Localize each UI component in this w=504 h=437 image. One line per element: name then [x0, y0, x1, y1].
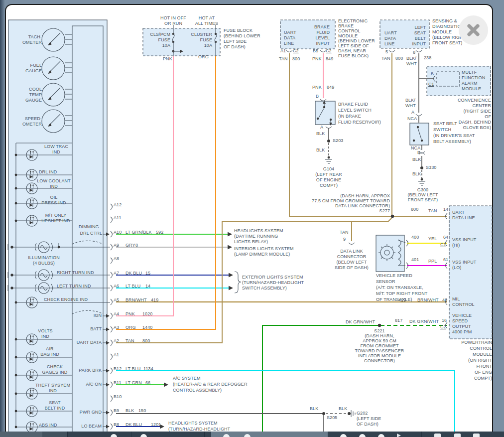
fuse-name: CLS/PCM FUSE 10A	[150, 32, 170, 48]
vss-p1: 64	[443, 235, 448, 240]
ind-label: DRL IND	[39, 169, 57, 175]
vss-k2: 401	[411, 257, 419, 263]
illumination-label: ILLUMINATION (4 BULBS)	[28, 255, 60, 266]
s221-pin: 16	[442, 318, 447, 323]
ind-label: AIR BAG IND	[40, 346, 59, 357]
dest-a7a6: EXTERIOR LIGHTS SYSTEM (TURN/HAZARD-HEAD…	[242, 275, 304, 291]
pcm-pin16-fn: VEHICLE SPEED OUTPUT 4000 P/M	[452, 313, 472, 335]
wire-color: TAN	[126, 338, 134, 344]
pin-label: A2	[114, 338, 119, 344]
dest-a10: HEADLIGHTS SYSTEM (DAYTIME RUNNING LIGHT…	[234, 228, 283, 245]
close-button[interactable]	[459, 15, 488, 45]
gauge-label-speedometer: SPEED- OMETER	[22, 116, 42, 127]
fuse-block-note: FUSE BLOCK (BEHIND LOWER LEFT SIDE OF DA…	[224, 28, 260, 50]
taskbar-divider	[131, 432, 131, 437]
wire-color: DK BLU	[126, 422, 142, 428]
fuse-wire1: PNK	[163, 56, 172, 62]
taskbar[interactable]	[0, 432, 504, 437]
belt-blk2: BLK	[412, 171, 421, 177]
sdm-w2: BLK/ WHT	[406, 56, 417, 67]
taskbar-icon[interactable]	[473, 434, 480, 437]
gauge-label-fuel: FUEL GAUGE	[25, 63, 42, 74]
brake-blk2: BLK	[316, 147, 325, 153]
pin-label: A10	[114, 230, 122, 235]
g202-blk2: BLK	[339, 406, 347, 412]
sdm-pin2-fn: LEFT SEAT BELT INPUT	[412, 25, 426, 47]
wire-color: DK BLU	[126, 271, 142, 276]
ind-label: M/T ONLY UPSHIFT IND	[41, 213, 70, 224]
pin-label: B8	[114, 422, 119, 428]
dest-b8: HEADLIGHTS SYSTEM (TURN/HAZARD-HEADLIGHT	[168, 420, 230, 432]
ebcm-pin2-fn: BRAKE FLUID LEVEL INPUT	[314, 24, 330, 46]
taskbar-icon[interactable]	[244, 434, 251, 437]
ebcm-pin1-conn: C2	[293, 48, 299, 54]
left-turn-label: LEFT TURN IND	[57, 284, 91, 289]
wire-color: LT GRN/BLK	[126, 230, 152, 235]
vss-p2: 61	[443, 257, 448, 263]
ebcm-pin1: A1	[280, 48, 286, 54]
ind-label: ABS IND	[39, 423, 57, 428]
wire-color: BLK	[126, 408, 134, 414]
vss-k1: 400	[411, 235, 419, 240]
alarm-conn: C1	[428, 82, 434, 87]
pin-label: B11	[114, 380, 122, 386]
s277-wire: TAN	[428, 208, 437, 214]
pin-label: A8	[114, 256, 119, 262]
fuse-wire2: ORG	[198, 54, 209, 60]
s277-note: (DASH HARN, APPROX 77.5 CM FROM GROMMET …	[312, 193, 390, 213]
taskbar-divider	[204, 432, 205, 437]
wire-ckt: 15	[145, 271, 150, 276]
s277-splice	[391, 215, 394, 218]
pcm-pin61-fn: VSS INPUT (LO)	[452, 260, 476, 271]
vss-w2: PPL	[428, 259, 437, 264]
taskbar-icon[interactable]	[340, 434, 347, 437]
gauge-label-cooltemp: COOL TEMP GAUGE	[25, 87, 42, 103]
drl-ctrl-label: DRL CTRL	[80, 231, 102, 236]
vehicle-speed-sensor	[376, 235, 408, 272]
fuse-rating-label: HOT IN OFF OR RUN	[160, 15, 186, 26]
s221-conn: C2	[440, 324, 446, 330]
taskbar-arrow-icon[interactable]	[397, 434, 401, 437]
pin-label: B9	[114, 408, 119, 414]
brake-wire: PNK	[312, 85, 322, 90]
taskbar-icon[interactable]	[111, 434, 117, 437]
wire-color: PNK	[126, 311, 135, 317]
taskbar-icon[interactable]	[434, 434, 441, 437]
belt-switch-label: SEAT BELT SWITCH (IN DRIVER'S SEAT BELT …	[433, 121, 475, 145]
taskbar-divider	[67, 432, 68, 437]
taskbar-icon[interactable]	[454, 434, 461, 437]
check-engine-label: CHECK ENGINE IND	[44, 297, 88, 302]
ebcm-pin2-conn: C2	[326, 48, 332, 54]
wire-color: GRY	[126, 243, 135, 248]
pin-label: A5	[114, 297, 119, 303]
pcm-pin14-fn: UART DATA LINE	[452, 210, 475, 221]
s221-splice	[378, 324, 381, 327]
wire-ckt: 1440	[142, 325, 152, 330]
ebcm-k1: 800	[292, 56, 300, 62]
s221-wire-right: DK GRN/WHT	[409, 319, 439, 324]
taskbar-icon[interactable]	[378, 434, 384, 437]
dlc-pin: 9	[343, 237, 346, 242]
belt-pin-a: A	[411, 110, 414, 115]
s221-ckt: 817	[395, 318, 402, 323]
mil-ckt: 419	[398, 297, 406, 303]
ebcm-w1: TAN	[279, 56, 288, 62]
g300-ground-label: G300 (BELOW LEFT FRONT SEAT)	[407, 187, 438, 202]
wire-color: BRN/WHT	[126, 297, 147, 303]
belt-blk1: BLK	[412, 157, 421, 162]
ebcm-pin1-fn: UART DATA LINE	[284, 30, 296, 46]
g202-blk1: BLK	[310, 406, 318, 412]
belt-pin-b: B	[417, 150, 420, 155]
taskbar-icon[interactable]	[140, 434, 147, 437]
pin-label: A11	[114, 215, 122, 221]
wire-color: LT GRN	[126, 380, 142, 386]
fn-label-acon: A/C ON	[86, 382, 102, 387]
fn-label-pwrgnd: PWR GND	[80, 410, 102, 415]
ind-label: CHECK GAGES IND	[42, 364, 68, 375]
wire-ebcm-tan	[289, 53, 391, 216]
brake-ckt: 849	[327, 85, 334, 90]
sdm-k2: 238	[424, 55, 431, 61]
taskbar-icon[interactable]	[223, 434, 230, 437]
ebcm-note: ELECTRONIC BRAKE CONTROL MODULE (BEHIND …	[338, 18, 375, 58]
taskbar-icon[interactable]	[359, 434, 366, 437]
